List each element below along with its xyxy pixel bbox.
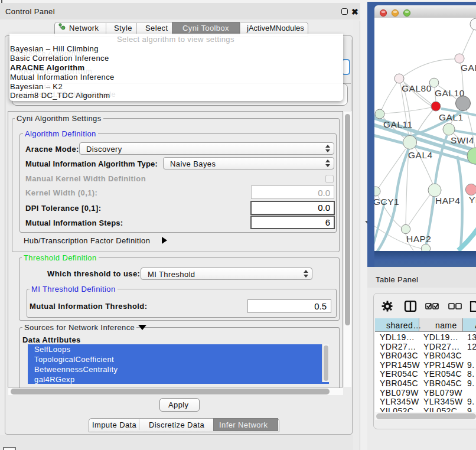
svg-text:GAL7: GAL7 [461,63,476,73]
svg-text:GCY1: GCY1 [374,197,399,207]
svg-text:GAL4: GAL4 [408,150,433,160]
svg-text:GAL10: GAL10 [435,88,465,98]
svg-text:HAP2: HAP2 [406,234,432,244]
svg-text:GAL1: GAL1 [439,112,464,122]
svg-text:YE: YE [469,195,476,205]
svg-text:GAL11: GAL11 [383,119,413,129]
svg-text:GAL80: GAL80 [402,83,432,93]
svg-text:SWI4: SWI4 [451,135,474,145]
svg-text:HAP4: HAP4 [435,195,461,206]
